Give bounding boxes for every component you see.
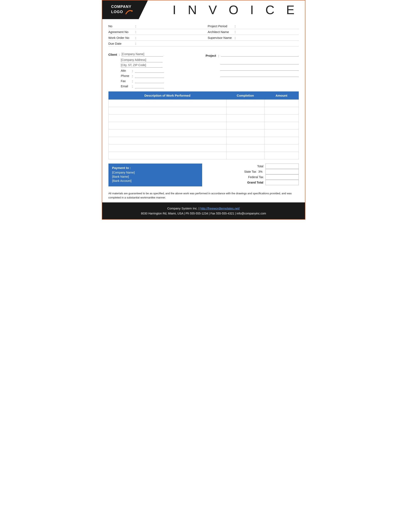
total-input-0 bbox=[266, 164, 299, 169]
client-company-address: [Company Address] bbox=[121, 58, 163, 62]
total-label-0: Total bbox=[241, 164, 263, 168]
th-completion: Completion bbox=[226, 92, 264, 100]
label-architect: Architect Name bbox=[208, 30, 235, 34]
project-field-2 bbox=[220, 60, 299, 64]
cell-desc bbox=[109, 115, 226, 122]
cell-comp bbox=[226, 107, 264, 115]
cell-desc bbox=[109, 152, 226, 159]
cell-desc bbox=[109, 107, 226, 115]
table-row bbox=[109, 100, 298, 107]
total-input-1 bbox=[266, 169, 299, 174]
payment-bank: [Bank Name] bbox=[112, 175, 198, 178]
project-field-3 bbox=[220, 66, 299, 71]
footer-note-text: All materials are guaranteed to be as sp… bbox=[109, 192, 292, 199]
table-row bbox=[109, 137, 298, 144]
company-logo: COMPANYLOGO bbox=[102, 0, 148, 19]
value-fax bbox=[135, 79, 164, 83]
table-row bbox=[109, 144, 298, 152]
project-field-1 bbox=[221, 52, 299, 56]
label-no: No bbox=[109, 24, 135, 28]
value-email bbox=[135, 84, 164, 88]
cell-amt bbox=[264, 152, 298, 159]
tax-rate-1: 3% bbox=[258, 170, 262, 173]
cell-amt bbox=[264, 115, 298, 122]
cell-desc bbox=[109, 122, 226, 129]
invoice-title-block: I N V O I C E bbox=[148, 0, 305, 19]
cell-amt bbox=[264, 107, 298, 115]
total-row-2: Federal Tax bbox=[212, 174, 299, 180]
client-phone-row: Phone : bbox=[109, 74, 202, 78]
total-input-2 bbox=[266, 174, 299, 180]
bottom-address-line: 8030 Harrington Rd, Miami, USA | Ph 555-… bbox=[104, 211, 303, 216]
client-header-row: Client : [Company Name] bbox=[109, 52, 202, 56]
cell-desc bbox=[109, 137, 226, 144]
cell-desc bbox=[109, 144, 226, 152]
value-attn bbox=[135, 69, 164, 73]
info-row-workorder: Work Order No : bbox=[109, 35, 204, 41]
cell-comp bbox=[226, 129, 264, 137]
label-agreement: Agreement No bbox=[109, 30, 135, 34]
label-attn: Attn bbox=[121, 69, 132, 72]
th-amount: Amount bbox=[264, 92, 298, 100]
info-right-col: Project Period : Architect Name : Superv… bbox=[204, 23, 299, 47]
info-row-period: Project Period : bbox=[204, 23, 299, 29]
total-input-3 bbox=[266, 180, 299, 185]
payment-title: Payment to : bbox=[112, 166, 198, 170]
bottom-bar: Company System Inc. | http://freewordtem… bbox=[102, 203, 305, 219]
label-duedate: Due Date bbox=[109, 42, 135, 45]
cell-comp bbox=[226, 115, 264, 122]
cell-amt bbox=[264, 122, 298, 129]
table-row bbox=[109, 152, 298, 159]
table-row bbox=[109, 122, 298, 129]
label-email: Email bbox=[121, 85, 132, 88]
info-section: No : Agreement No : Work Order No : Due … bbox=[102, 19, 305, 49]
info-row-no: No : bbox=[109, 23, 204, 29]
total-label-3: Grand Total bbox=[241, 181, 263, 184]
invoice-title: I N V O I C E bbox=[173, 3, 299, 17]
table-header-row: Description of Work Performed Completion… bbox=[109, 92, 298, 100]
cell-amt bbox=[264, 129, 298, 137]
table-row bbox=[109, 115, 298, 122]
table-row bbox=[109, 107, 298, 115]
client-fax-row: Fax : bbox=[109, 79, 202, 83]
th-description: Description of Work Performed bbox=[109, 92, 226, 100]
info-row-agreement: Agreement No : bbox=[109, 29, 204, 35]
client-city-row: [City, ST, ZIP Code] bbox=[109, 63, 202, 68]
bottom-link[interactable]: http://freewordtemplates.net/ bbox=[200, 207, 240, 210]
client-city: [City, ST, ZIP Code] bbox=[121, 63, 163, 68]
table-row bbox=[109, 129, 298, 137]
info-row-duedate: Due Date : bbox=[109, 41, 204, 47]
cell-amt bbox=[264, 100, 298, 107]
value-phone bbox=[135, 74, 164, 78]
client-company-name: [Company Name] bbox=[122, 52, 163, 56]
total-label-1: State Tax bbox=[233, 170, 256, 173]
total-row-1: State Tax3% bbox=[212, 169, 299, 174]
label-phone: Phone bbox=[121, 74, 132, 78]
payment-company: [Company Name] bbox=[112, 171, 198, 174]
client-email-row: Email : bbox=[109, 84, 202, 88]
cell-comp bbox=[226, 122, 264, 129]
info-row-empty bbox=[204, 41, 299, 47]
payment-block: Payment to : [Company Name] [Bank Name] … bbox=[109, 164, 202, 186]
work-table: Description of Work Performed Completion… bbox=[109, 91, 299, 159]
project-header-row: Project : bbox=[206, 52, 299, 59]
totals-block: TotalState Tax3%Federal TaxGrand Total bbox=[206, 164, 299, 185]
total-row-0: Total bbox=[212, 164, 299, 169]
cell-amt bbox=[264, 144, 298, 152]
cell-desc bbox=[109, 129, 226, 137]
info-left-col: No : Agreement No : Work Order No : Due … bbox=[109, 23, 204, 47]
label-workorder: Work Order No bbox=[109, 36, 135, 39]
client-label: Client bbox=[109, 53, 117, 56]
footer-note: All materials are guaranteed to be as sp… bbox=[102, 188, 305, 203]
cell-comp bbox=[226, 137, 264, 144]
client-address-row: [Company Address] bbox=[109, 58, 202, 62]
client-project-section: Client : [Company Name] [Company Address… bbox=[102, 49, 305, 91]
label-fax: Fax bbox=[121, 79, 132, 83]
logo-icon bbox=[125, 9, 133, 15]
payment-section: Payment to : [Company Name] [Bank Name] … bbox=[102, 162, 305, 188]
info-grid: No : Agreement No : Work Order No : Due … bbox=[109, 23, 299, 47]
label-period: Project Period bbox=[208, 24, 235, 28]
page-header: COMPANYLOGO I N V O I C E bbox=[102, 0, 305, 19]
bottom-company-line: Company System Inc. | http://freewordtem… bbox=[104, 206, 303, 211]
project-field-4 bbox=[220, 73, 299, 77]
